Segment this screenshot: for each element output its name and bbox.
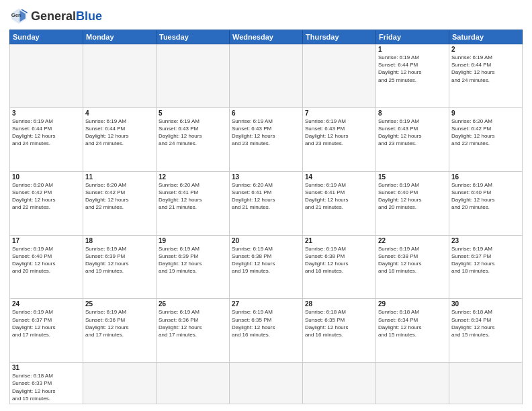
day-info: Sunrise: 6:19 AM Sunset: 6:43 PM Dayligh… [159, 118, 227, 148]
calendar-day-cell: 7Sunrise: 6:19 AM Sunset: 6:43 PM Daylig… [303, 107, 376, 171]
calendar-week-row: 3Sunrise: 6:19 AM Sunset: 6:44 PM Daylig… [10, 107, 523, 171]
calendar-day-cell: 14Sunrise: 6:19 AM Sunset: 6:41 PM Dayli… [303, 171, 376, 235]
day-number: 18 [85, 237, 154, 244]
calendar-day-cell: 15Sunrise: 6:19 AM Sunset: 6:40 PM Dayli… [376, 171, 449, 235]
day-number: 30 [451, 300, 520, 308]
day-number: 23 [451, 237, 520, 244]
day-info: Sunrise: 6:19 AM Sunset: 6:44 PM Dayligh… [378, 54, 447, 84]
day-info: Sunrise: 6:19 AM Sunset: 6:44 PM Dayligh… [85, 118, 154, 148]
day-number: 21 [305, 237, 373, 244]
day-info: Sunrise: 6:19 AM Sunset: 6:35 PM Dayligh… [232, 308, 300, 338]
calendar-week-row: 1Sunrise: 6:19 AM Sunset: 6:44 PM Daylig… [10, 44, 523, 108]
calendar-day-cell: 11Sunrise: 6:20 AM Sunset: 6:42 PM Dayli… [83, 171, 157, 235]
calendar-day-cell: 3Sunrise: 6:19 AM Sunset: 6:44 PM Daylig… [10, 107, 83, 171]
calendar-day-cell: 26Sunrise: 6:19 AM Sunset: 6:36 PM Dayli… [157, 299, 230, 363]
calendar-day-cell: 1Sunrise: 6:19 AM Sunset: 6:44 PM Daylig… [376, 44, 449, 108]
day-number: 26 [159, 300, 227, 308]
day-info: Sunrise: 6:19 AM Sunset: 6:40 PM Dayligh… [12, 245, 81, 275]
weekday-header-tuesday: Tuesday [157, 30, 230, 44]
calendar-day-cell: 27Sunrise: 6:19 AM Sunset: 6:35 PM Dayli… [230, 299, 303, 363]
day-number: 2 [451, 46, 520, 53]
day-info: Sunrise: 6:19 AM Sunset: 6:38 PM Dayligh… [378, 245, 447, 275]
calendar-day-cell: 29Sunrise: 6:18 AM Sunset: 6:34 PM Dayli… [376, 299, 449, 363]
calendar-day-cell: 13Sunrise: 6:20 AM Sunset: 6:41 PM Dayli… [230, 171, 303, 235]
calendar-day-cell [157, 363, 230, 404]
day-number: 14 [305, 173, 373, 181]
day-info: Sunrise: 6:19 AM Sunset: 6:40 PM Dayligh… [378, 181, 447, 212]
weekday-header-friday: Friday [376, 30, 449, 44]
day-info: Sunrise: 6:19 AM Sunset: 6:39 PM Dayligh… [85, 245, 154, 275]
day-number: 3 [12, 109, 81, 117]
calendar-day-cell [83, 363, 157, 404]
calendar-day-cell: 8Sunrise: 6:19 AM Sunset: 6:43 PM Daylig… [376, 107, 449, 171]
day-number: 27 [232, 300, 300, 308]
calendar-day-cell: 28Sunrise: 6:18 AM Sunset: 6:35 PM Dayli… [303, 299, 376, 363]
weekday-header-thursday: Thursday [303, 30, 376, 44]
day-number: 10 [12, 173, 81, 181]
calendar-day-cell: 6Sunrise: 6:19 AM Sunset: 6:43 PM Daylig… [230, 107, 303, 171]
day-info: Sunrise: 6:19 AM Sunset: 6:38 PM Dayligh… [305, 245, 373, 275]
day-number: 24 [12, 300, 81, 308]
day-info: Sunrise: 6:19 AM Sunset: 6:39 PM Dayligh… [159, 245, 227, 275]
day-info: Sunrise: 6:19 AM Sunset: 6:36 PM Dayligh… [159, 308, 227, 338]
day-number: 17 [12, 237, 81, 244]
day-number: 6 [232, 109, 300, 117]
day-info: Sunrise: 6:19 AM Sunset: 6:38 PM Dayligh… [232, 245, 300, 275]
day-number: 5 [159, 109, 227, 117]
calendar-day-cell [376, 363, 449, 404]
day-info: Sunrise: 6:18 AM Sunset: 6:33 PM Dayligh… [12, 372, 81, 402]
day-info: Sunrise: 6:18 AM Sunset: 6:34 PM Dayligh… [451, 308, 520, 338]
calendar-day-cell: 12Sunrise: 6:20 AM Sunset: 6:41 PM Dayli… [157, 171, 230, 235]
calendar-day-cell: 30Sunrise: 6:18 AM Sunset: 6:34 PM Dayli… [449, 299, 523, 363]
calendar-day-cell: 18Sunrise: 6:19 AM Sunset: 6:39 PM Dayli… [83, 235, 157, 299]
day-number: 29 [378, 300, 447, 308]
logo-icon: Gen [9, 7, 28, 26]
day-number: 28 [305, 300, 373, 308]
weekday-header-row: SundayMondayTuesdayWednesdayThursdayFrid… [10, 30, 523, 44]
calendar-day-cell: 4Sunrise: 6:19 AM Sunset: 6:44 PM Daylig… [83, 107, 157, 171]
calendar-day-cell [157, 44, 230, 108]
day-info: Sunrise: 6:19 AM Sunset: 6:43 PM Dayligh… [232, 118, 300, 148]
day-number: 1 [378, 46, 447, 53]
calendar-day-cell: 21Sunrise: 6:19 AM Sunset: 6:38 PM Dayli… [303, 235, 376, 299]
calendar-week-row: 31Sunrise: 6:18 AM Sunset: 6:33 PM Dayli… [10, 363, 523, 404]
calendar-day-cell: 31Sunrise: 6:18 AM Sunset: 6:33 PM Dayli… [10, 363, 83, 404]
day-number: 19 [159, 237, 227, 244]
day-number: 22 [378, 237, 447, 244]
header: Gen GeneralBlue [9, 7, 523, 26]
weekday-header-saturday: Saturday [449, 30, 523, 44]
day-number: 7 [305, 109, 373, 117]
calendar-day-cell: 23Sunrise: 6:19 AM Sunset: 6:37 PM Dayli… [449, 235, 523, 299]
day-number: 13 [232, 173, 300, 181]
calendar-day-cell [230, 44, 303, 108]
day-info: Sunrise: 6:20 AM Sunset: 6:42 PM Dayligh… [12, 181, 81, 212]
calendar-day-cell: 24Sunrise: 6:19 AM Sunset: 6:37 PM Dayli… [10, 299, 83, 363]
svg-marker-3 [19, 11, 25, 22]
calendar-day-cell: 16Sunrise: 6:19 AM Sunset: 6:40 PM Dayli… [449, 171, 523, 235]
day-number: 8 [378, 109, 447, 117]
calendar-day-cell [449, 363, 523, 404]
calendar-day-cell: 2Sunrise: 6:19 AM Sunset: 6:44 PM Daylig… [449, 44, 523, 108]
calendar-day-cell [83, 44, 157, 108]
day-number: 12 [159, 173, 227, 181]
day-number: 25 [85, 300, 154, 308]
calendar-week-row: 10Sunrise: 6:20 AM Sunset: 6:42 PM Dayli… [10, 171, 523, 235]
day-info: Sunrise: 6:19 AM Sunset: 6:41 PM Dayligh… [305, 181, 373, 212]
calendar-day-cell [10, 44, 83, 108]
calendar-day-cell: 10Sunrise: 6:20 AM Sunset: 6:42 PM Dayli… [10, 171, 83, 235]
day-info: Sunrise: 6:19 AM Sunset: 6:37 PM Dayligh… [451, 245, 520, 275]
calendar-week-row: 24Sunrise: 6:19 AM Sunset: 6:37 PM Dayli… [10, 299, 523, 363]
day-number: 4 [85, 109, 154, 117]
logo-blue: Blue [76, 9, 102, 23]
day-number: 9 [451, 109, 520, 117]
calendar-day-cell [303, 363, 376, 404]
page: Gen GeneralBlue SundayMondayTuesdayWedne… [0, 0, 532, 411]
weekday-header-wednesday: Wednesday [230, 30, 303, 44]
day-info: Sunrise: 6:20 AM Sunset: 6:42 PM Dayligh… [451, 118, 520, 148]
calendar-day-cell: 19Sunrise: 6:19 AM Sunset: 6:39 PM Dayli… [157, 235, 230, 299]
logo-text-block: GeneralBlue [31, 10, 102, 22]
logo-wordmark: GeneralBlue [31, 10, 102, 22]
day-info: Sunrise: 6:20 AM Sunset: 6:41 PM Dayligh… [232, 181, 300, 212]
day-number: 16 [451, 173, 520, 181]
day-info: Sunrise: 6:19 AM Sunset: 6:44 PM Dayligh… [451, 54, 520, 84]
